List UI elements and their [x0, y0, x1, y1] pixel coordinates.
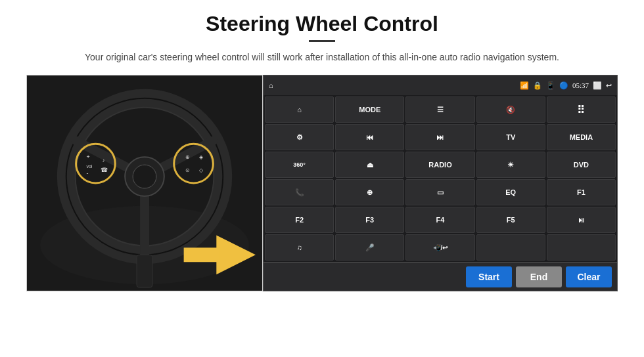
lock-status-icon: 🔒	[533, 81, 542, 90]
screen-icon: ⬜	[593, 81, 602, 90]
status-left: ⌂	[269, 81, 273, 89]
explore-icon: ⊕	[367, 188, 373, 197]
music-button[interactable]: ♫	[265, 234, 334, 261]
home-status-icon: ⌂	[269, 81, 273, 89]
f4-button[interactable]: F4	[405, 207, 474, 233]
start-button[interactable]: Start	[466, 266, 512, 287]
title-divider	[309, 40, 335, 42]
tv-button[interactable]: TV	[476, 124, 545, 150]
page-subtitle: Your original car's steering wheel contr…	[85, 50, 559, 64]
f5-button[interactable]: F5	[476, 207, 545, 233]
steering-wheel-svg: + vol ♪ - ☎ ⊕ ◈ ⊙ ◇	[27, 75, 262, 291]
dvd-button[interactable]: DVD	[547, 152, 616, 178]
control-panel: ⌂ 📶 🔒 📱 🔵 05:37 ⬜ ↩ ⌂ MODE ☰ 🔇	[263, 75, 618, 291]
music-icon: ♫	[296, 243, 302, 251]
eject-icon: ⏏	[367, 161, 373, 169]
svg-text:-: -	[87, 170, 89, 177]
screen-button[interactable]: ▭	[405, 179, 474, 205]
eject-button[interactable]: ⏏	[335, 152, 404, 178]
apps-icon: ⠿	[577, 104, 585, 116]
mute-icon: 🔇	[506, 106, 515, 114]
wifi-status-icon: 📶	[520, 81, 529, 90]
time-display: 05:37	[572, 81, 589, 89]
playpause-button[interactable]: ⏯	[547, 207, 616, 233]
explore-button[interactable]: ⊕	[335, 179, 404, 205]
svg-text:◈: ◈	[199, 155, 204, 161]
page-title: Steering Wheel Control	[206, 12, 438, 36]
callhangup-icon: 📲/↩	[433, 244, 448, 251]
brightness-button[interactable]: ☀	[476, 152, 545, 178]
prev-button[interactable]: ⏮	[335, 124, 404, 150]
svg-rect-23	[137, 255, 152, 288]
svg-text:◇: ◇	[199, 167, 204, 173]
prev-icon: ⏮	[366, 133, 373, 141]
mode-button[interactable]: MODE	[335, 96, 404, 123]
mute-button[interactable]: 🔇	[476, 96, 545, 123]
next-button[interactable]: ⏭	[405, 124, 474, 150]
empty-1	[476, 234, 545, 261]
next-icon: ⏭	[436, 133, 444, 141]
settings-button[interactable]: ⚙	[265, 124, 334, 150]
screen-icon2: ▭	[437, 188, 444, 197]
f3-button[interactable]: F3	[335, 207, 404, 233]
button-grid: ⌂ MODE ☰ 🔇 ⠿ ⚙ ⏮ ⏭ TV MEDIA 360° ⏏ RADIO…	[264, 95, 617, 262]
list-icon: ☰	[437, 106, 444, 114]
empty-2	[547, 234, 616, 261]
home-button[interactable]: ⌂	[265, 96, 334, 123]
phone-button[interactable]: 📞	[265, 179, 334, 205]
cam360-icon: 360°	[293, 161, 306, 168]
sim-status-icon: 📱	[546, 81, 555, 90]
svg-text:vol: vol	[87, 165, 93, 169]
steering-wheel-image: + vol ♪ - ☎ ⊕ ◈ ⊙ ◇	[26, 75, 263, 291]
clear-button[interactable]: Clear	[566, 266, 612, 287]
settings-icon: ⚙	[296, 133, 303, 142]
svg-rect-22	[184, 248, 220, 262]
eq-button[interactable]: EQ	[476, 179, 545, 205]
list-button[interactable]: ☰	[405, 96, 474, 123]
svg-point-9	[133, 165, 156, 189]
home-icon: ⌂	[297, 106, 302, 114]
radio-button[interactable]: RADIO	[405, 152, 474, 178]
f2-button[interactable]: F2	[265, 207, 334, 233]
phone-icon: 📞	[295, 188, 304, 197]
end-button[interactable]: End	[516, 266, 562, 287]
callhangup-button[interactable]: 📲/↩	[405, 234, 474, 261]
brightness-icon: ☀	[507, 161, 514, 169]
back-icon: ↩	[606, 81, 612, 90]
cam360-button[interactable]: 360°	[265, 152, 334, 178]
svg-text:⊙: ⊙	[185, 167, 190, 173]
bt-status-icon: 🔵	[559, 81, 568, 90]
svg-text:+: +	[87, 154, 90, 161]
playpause-icon: ⏯	[578, 216, 585, 224]
content-row: + vol ♪ - ☎ ⊕ ◈ ⊙ ◇	[26, 75, 618, 291]
status-bar: ⌂ 📶 🔒 📱 🔵 05:37 ⬜ ↩	[264, 75, 617, 95]
page-wrapper: Steering Wheel Control Your original car…	[0, 0, 644, 357]
status-right: 📶 🔒 📱 🔵 05:37 ⬜ ↩	[520, 81, 612, 90]
f1-button[interactable]: F1	[547, 179, 616, 205]
svg-text:⊕: ⊕	[185, 155, 190, 161]
svg-text:☎: ☎	[101, 167, 108, 173]
media-button[interactable]: MEDIA	[547, 124, 616, 150]
apps-button[interactable]: ⠿	[547, 96, 616, 123]
action-bar: Start End Clear	[264, 262, 617, 291]
mic-button[interactable]: 🎤	[335, 234, 404, 261]
svg-text:♪: ♪	[102, 158, 104, 164]
mic-icon: 🎤	[365, 243, 375, 252]
